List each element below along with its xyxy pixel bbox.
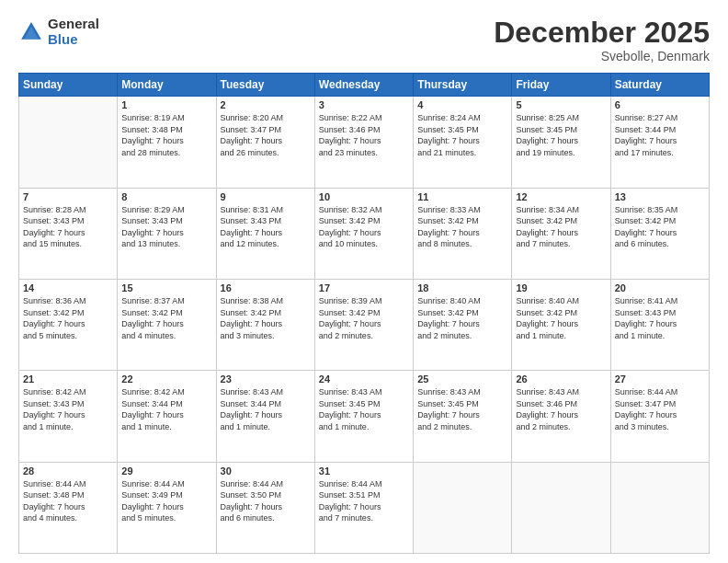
day-number: 4 [417, 99, 507, 110]
day-number: 12 [516, 191, 606, 202]
day-number: 20 [615, 282, 705, 293]
day-cell-3-5: 26Sunrise: 8:43 AM Sunset: 3:46 PM Dayli… [512, 371, 610, 462]
day-info: Sunrise: 8:44 AM Sunset: 3:47 PM Dayligh… [615, 386, 705, 432]
day-cell-4-0: 28Sunrise: 8:44 AM Sunset: 3:48 PM Dayli… [19, 462, 118, 553]
day-info: Sunrise: 8:44 AM Sunset: 3:49 PM Dayligh… [121, 478, 211, 524]
day-info: Sunrise: 8:43 AM Sunset: 3:45 PM Dayligh… [417, 386, 507, 432]
day-info: Sunrise: 8:40 AM Sunset: 3:42 PM Dayligh… [516, 295, 606, 341]
day-number: 27 [615, 373, 705, 385]
day-number: 6 [615, 99, 705, 110]
day-cell-1-3: 10Sunrise: 8:32 AM Sunset: 3:42 PM Dayli… [314, 188, 413, 279]
day-cell-1-2: 9Sunrise: 8:31 AM Sunset: 3:43 PM Daylig… [216, 188, 314, 279]
weekday-header-row: Sunday Monday Tuesday Wednesday Thursday… [19, 74, 710, 97]
day-cell-1-6: 13Sunrise: 8:35 AM Sunset: 3:42 PM Dayli… [610, 188, 709, 279]
day-info: Sunrise: 8:37 AM Sunset: 3:42 PM Dayligh… [121, 295, 211, 341]
header-thursday: Thursday [414, 74, 512, 97]
day-info: Sunrise: 8:34 AM Sunset: 3:42 PM Dayligh… [516, 204, 606, 250]
day-cell-0-5: 5Sunrise: 8:25 AM Sunset: 3:45 PM Daylig… [512, 97, 610, 188]
header: General Blue December 2025 Svebolle, Den… [18, 17, 710, 63]
day-info: Sunrise: 8:43 AM Sunset: 3:46 PM Dayligh… [516, 386, 606, 432]
day-cell-3-3: 24Sunrise: 8:43 AM Sunset: 3:45 PM Dayli… [314, 371, 413, 462]
day-number: 5 [516, 99, 606, 110]
day-number: 3 [319, 99, 409, 110]
day-info: Sunrise: 8:40 AM Sunset: 3:42 PM Dayligh… [417, 295, 507, 341]
day-number: 2 [221, 99, 311, 110]
day-cell-4-5 [512, 462, 610, 553]
header-friday: Friday [512, 74, 610, 97]
day-info: Sunrise: 8:44 AM Sunset: 3:50 PM Dayligh… [221, 478, 311, 524]
day-number: 15 [121, 282, 211, 293]
day-number: 16 [221, 282, 311, 293]
day-number: 18 [417, 282, 507, 293]
day-number: 7 [23, 191, 113, 202]
day-number: 14 [23, 282, 113, 293]
day-info: Sunrise: 8:32 AM Sunset: 3:42 PM Dayligh… [319, 204, 409, 250]
day-info: Sunrise: 8:33 AM Sunset: 3:42 PM Dayligh… [417, 204, 507, 250]
day-info: Sunrise: 8:43 AM Sunset: 3:45 PM Dayligh… [319, 386, 409, 432]
day-info: Sunrise: 8:42 AM Sunset: 3:43 PM Dayligh… [23, 386, 113, 432]
day-cell-4-6 [610, 462, 709, 553]
location-subtitle: Svebolle, Denmark [494, 49, 710, 63]
day-cell-1-0: 7Sunrise: 8:28 AM Sunset: 3:43 PM Daylig… [19, 188, 118, 279]
day-info: Sunrise: 8:39 AM Sunset: 3:42 PM Dayligh… [319, 295, 409, 341]
title-block: December 2025 Svebolle, Denmark [494, 17, 710, 63]
calendar-table: Sunday Monday Tuesday Wednesday Thursday… [18, 73, 710, 554]
day-cell-2-5: 19Sunrise: 8:40 AM Sunset: 3:42 PM Dayli… [512, 279, 610, 370]
day-info: Sunrise: 8:28 AM Sunset: 3:43 PM Dayligh… [23, 204, 113, 250]
day-cell-3-4: 25Sunrise: 8:43 AM Sunset: 3:45 PM Dayli… [414, 371, 512, 462]
day-cell-1-1: 8Sunrise: 8:29 AM Sunset: 3:43 PM Daylig… [118, 188, 216, 279]
day-cell-2-0: 14Sunrise: 8:36 AM Sunset: 3:42 PM Dayli… [19, 279, 118, 370]
day-cell-3-0: 21Sunrise: 8:42 AM Sunset: 3:43 PM Dayli… [19, 371, 118, 462]
day-cell-2-3: 17Sunrise: 8:39 AM Sunset: 3:42 PM Dayli… [314, 279, 413, 370]
day-cell-0-3: 3Sunrise: 8:22 AM Sunset: 3:46 PM Daylig… [314, 97, 413, 188]
page: General Blue December 2025 Svebolle, Den… [0, 0, 728, 563]
day-cell-4-1: 29Sunrise: 8:44 AM Sunset: 3:49 PM Dayli… [118, 462, 216, 553]
day-number: 24 [319, 373, 409, 385]
day-number: 26 [516, 373, 606, 385]
day-number: 29 [121, 465, 211, 477]
day-cell-0-4: 4Sunrise: 8:24 AM Sunset: 3:45 PM Daylig… [414, 97, 512, 188]
week-row-1: 7Sunrise: 8:28 AM Sunset: 3:43 PM Daylig… [19, 188, 710, 279]
week-row-3: 21Sunrise: 8:42 AM Sunset: 3:43 PM Dayli… [19, 371, 710, 462]
day-cell-1-4: 11Sunrise: 8:33 AM Sunset: 3:42 PM Dayli… [414, 188, 512, 279]
day-number: 8 [121, 191, 211, 202]
header-sunday: Sunday [19, 74, 118, 97]
day-cell-0-6: 6Sunrise: 8:27 AM Sunset: 3:44 PM Daylig… [610, 97, 709, 188]
week-row-2: 14Sunrise: 8:36 AM Sunset: 3:42 PM Dayli… [19, 279, 710, 370]
month-title: December 2025 [494, 17, 710, 49]
day-info: Sunrise: 8:31 AM Sunset: 3:43 PM Dayligh… [221, 204, 311, 250]
day-cell-4-3: 31Sunrise: 8:44 AM Sunset: 3:51 PM Dayli… [314, 462, 413, 553]
day-info: Sunrise: 8:24 AM Sunset: 3:45 PM Dayligh… [417, 112, 507, 158]
header-saturday: Saturday [610, 74, 709, 97]
day-cell-4-4 [414, 462, 512, 553]
day-number: 31 [319, 465, 409, 477]
day-cell-2-4: 18Sunrise: 8:40 AM Sunset: 3:42 PM Dayli… [414, 279, 512, 370]
logo-icon [18, 19, 44, 45]
day-info: Sunrise: 8:22 AM Sunset: 3:46 PM Dayligh… [319, 112, 409, 158]
day-info: Sunrise: 8:20 AM Sunset: 3:47 PM Dayligh… [221, 112, 311, 158]
day-info: Sunrise: 8:19 AM Sunset: 3:48 PM Dayligh… [121, 112, 211, 158]
day-info: Sunrise: 8:35 AM Sunset: 3:42 PM Dayligh… [615, 204, 705, 250]
day-cell-2-1: 15Sunrise: 8:37 AM Sunset: 3:42 PM Dayli… [118, 279, 216, 370]
day-number: 13 [615, 191, 705, 202]
logo: General Blue [18, 17, 99, 47]
day-cell-0-2: 2Sunrise: 8:20 AM Sunset: 3:47 PM Daylig… [216, 97, 314, 188]
day-info: Sunrise: 8:36 AM Sunset: 3:42 PM Dayligh… [23, 295, 113, 341]
day-number: 17 [319, 282, 409, 293]
day-info: Sunrise: 8:44 AM Sunset: 3:51 PM Dayligh… [319, 478, 409, 524]
day-cell-0-0 [19, 97, 118, 188]
day-info: Sunrise: 8:41 AM Sunset: 3:43 PM Dayligh… [615, 295, 705, 341]
day-number: 25 [417, 373, 507, 385]
day-cell-4-2: 30Sunrise: 8:44 AM Sunset: 3:50 PM Dayli… [216, 462, 314, 553]
day-info: Sunrise: 8:38 AM Sunset: 3:42 PM Dayligh… [221, 295, 311, 341]
logo-blue-text: Blue [48, 32, 99, 48]
day-number: 9 [221, 191, 311, 202]
day-number: 21 [23, 373, 113, 385]
day-cell-1-5: 12Sunrise: 8:34 AM Sunset: 3:42 PM Dayli… [512, 188, 610, 279]
header-tuesday: Tuesday [216, 74, 314, 97]
logo-text: General Blue [48, 17, 99, 47]
day-cell-2-2: 16Sunrise: 8:38 AM Sunset: 3:42 PM Dayli… [216, 279, 314, 370]
day-cell-3-1: 22Sunrise: 8:42 AM Sunset: 3:44 PM Dayli… [118, 371, 216, 462]
day-info: Sunrise: 8:29 AM Sunset: 3:43 PM Dayligh… [121, 204, 211, 250]
week-row-0: 1Sunrise: 8:19 AM Sunset: 3:48 PM Daylig… [19, 97, 710, 188]
